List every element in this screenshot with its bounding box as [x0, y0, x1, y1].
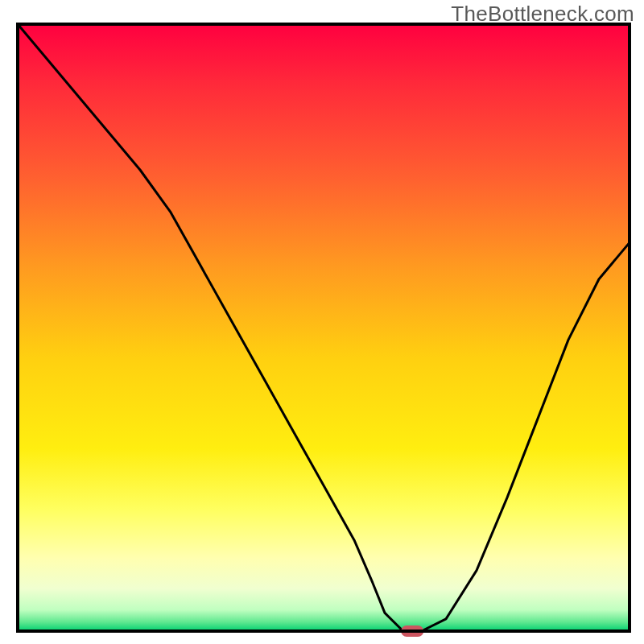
watermark-label: TheBottleneck.com — [451, 2, 634, 27]
bottleneck-chart — [0, 0, 644, 644]
chart-wrapper: TheBottleneck.com — [0, 0, 644, 644]
svg-rect-0 — [18, 24, 630, 631]
